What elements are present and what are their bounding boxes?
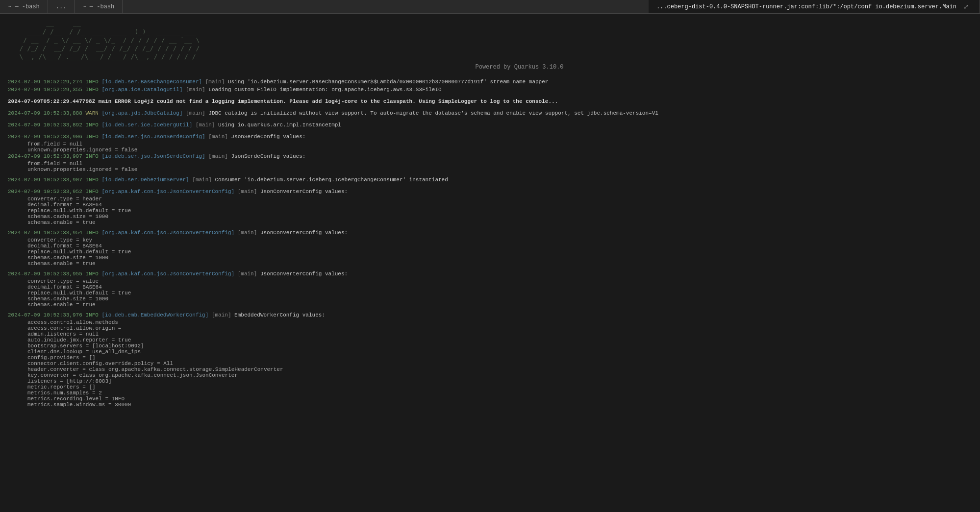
log-timestamp: 2024-07-09 10:52:29,274 bbox=[8, 79, 85, 85]
log-level: INFO bbox=[85, 153, 101, 159]
log-line: 2024-07-09 10:52:33,976 INFO [io.deb.emb… bbox=[8, 312, 972, 408]
log-thread: [main] bbox=[192, 177, 215, 183]
log-prop: from.field = null bbox=[8, 161, 972, 167]
log-class: [org.apa.kaf.con.jso.JsonConverterConfig… bbox=[101, 230, 237, 236]
log-message: EmbeddedWorkerConfig values: bbox=[234, 312, 325, 318]
log-level: INFO bbox=[85, 122, 101, 128]
log-thread: [main] bbox=[208, 134, 231, 140]
log-timestamp: 2024-07-09 10:52:33,907 bbox=[8, 153, 85, 159]
log-prop: decimal.format = BASE64 bbox=[8, 243, 972, 249]
log-prop: metric.reporters = [] bbox=[8, 384, 972, 390]
log-prop: converter.type = key bbox=[8, 237, 972, 243]
log-prop: schemas.enable = true bbox=[8, 261, 972, 267]
log-level: INFO bbox=[85, 312, 101, 318]
tab-1[interactable]: ~ — -bash bbox=[0, 0, 48, 13]
log-class: [org.apa.kaf.con.jso.JsonConverterConfig… bbox=[101, 271, 237, 277]
log-prop: key.converter = class org.apache.kafka.c… bbox=[8, 372, 972, 378]
log-prop: access.control.allow.origin = bbox=[8, 325, 972, 331]
log-container: 2024-07-09 10:52:29,274 INFO [io.deb.ser… bbox=[8, 78, 972, 411]
log-timestamp: 2024-07-09 10:52:33,952 bbox=[8, 189, 85, 195]
log-prop: schemas.enable = true bbox=[8, 302, 972, 308]
log-level: WARN bbox=[85, 110, 101, 116]
log-message: JsonSerdeConfig values: bbox=[231, 134, 306, 140]
log-level: INFO bbox=[85, 79, 101, 85]
log-prop: unknown.properties.ignored = false bbox=[8, 147, 972, 153]
log-prop: metrics.num.samples = 2 bbox=[8, 390, 972, 396]
log-line: 2024-07-09 10:52:33,906 INFO [io.deb.ser… bbox=[8, 133, 972, 153]
log-thread: [main] bbox=[208, 153, 231, 159]
tab-bar: ~ — -bash ... ~ — -bash ...ceberg-dist-0… bbox=[0, 0, 980, 14]
log-message: Using 'io.debezium.server.BaseChangeCons… bbox=[228, 79, 549, 85]
log-thread: [main] bbox=[196, 122, 218, 128]
log-class: [io.deb.ser.jso.JsonSerdeConfig] bbox=[101, 134, 208, 140]
tab-4[interactable]: ...ceberg-dist-0.4.0-SNAPSHOT-runner.jar… bbox=[649, 0, 980, 13]
log-prop: metrics.recording.level = INFO bbox=[8, 396, 972, 402]
log-prop: config.providers = [] bbox=[8, 355, 972, 361]
log-thread: [main] bbox=[186, 87, 208, 93]
log-prop: bootstrap.servers = [localhost:9092] bbox=[8, 343, 972, 349]
log-class: [org.apa.kaf.con.jso.JsonConverterConfig… bbox=[101, 189, 237, 195]
log-level: INFO bbox=[85, 230, 101, 236]
log-timestamp: 2024-07-09 10:52:33,954 bbox=[8, 230, 85, 236]
log-level: INFO bbox=[85, 177, 101, 183]
log-prop: decimal.format = BASE64 bbox=[8, 284, 972, 290]
powered-by: Powered by Quarkus 3.10.0 bbox=[67, 64, 972, 71]
log-thread: [main] bbox=[238, 189, 260, 195]
log-class: [io.deb.ser.DebeziumServer] bbox=[101, 177, 192, 183]
log-message: Consumer 'io.debezium.server.iceberg.Ice… bbox=[215, 177, 448, 183]
log-prop: schemas.cache.size = 1000 bbox=[8, 296, 972, 302]
tab-2-label: ... bbox=[56, 3, 67, 10]
log-prop: unknown.properties.ignored = false bbox=[8, 167, 972, 172]
log-line: 2024-07-09 10:52:33,892 INFO [io.deb.ser… bbox=[8, 122, 972, 129]
log-level: INFO bbox=[85, 189, 101, 195]
log-thread: [main] bbox=[212, 312, 234, 318]
log-line: 2024-07-09 10:52:33,907 INFO [io.deb.ser… bbox=[8, 153, 972, 172]
log-prop: admin.listeners = null bbox=[8, 331, 972, 337]
log-timestamp: 2024-07-09 10:52:33,892 bbox=[8, 122, 85, 128]
log-timestamp: 2024-07-09 10:52:33,955 bbox=[8, 271, 85, 277]
log-thread: [main] bbox=[238, 271, 260, 277]
tab-3[interactable]: ~ — -bash bbox=[75, 0, 123, 13]
log-message: JsonConverterConfig values: bbox=[260, 230, 348, 236]
log-prop: connector.client.config.override.policy … bbox=[8, 361, 972, 366]
log-prop: access.control.allow.methods bbox=[8, 319, 972, 325]
log-message: JsonConverterConfig values: bbox=[260, 189, 348, 195]
log-level: INFO bbox=[85, 87, 101, 93]
log-prop: converter.type = header bbox=[8, 196, 972, 202]
log-prop: metrics.sample.window.ms = 30000 bbox=[8, 402, 972, 408]
log-prop: schemas.cache.size = 1000 bbox=[8, 255, 972, 261]
log-level: INFO bbox=[85, 271, 101, 277]
log-prop: schemas.cache.size = 1000 bbox=[8, 214, 972, 219]
log-prop: replace.null.with.default = true bbox=[8, 208, 972, 214]
log-timestamp: 2024-07-09 10:52:33,888 bbox=[8, 110, 85, 116]
log-prop: client.dns.lookup = use_all_dns_ips bbox=[8, 349, 972, 355]
log-class: [org.apa.ice.CatalogUtil] bbox=[101, 87, 186, 93]
log-message: JsonConverterConfig values: bbox=[260, 271, 348, 277]
log-class: [io.deb.emb.EmbeddedWorkerConfig] bbox=[101, 312, 211, 318]
log-line: 2024-07-09 10:52:33,954 INFO [org.apa.ka… bbox=[8, 229, 972, 267]
tab-3-label: ~ — -bash bbox=[82, 3, 114, 10]
log-prop: replace.null.with.default = true bbox=[8, 290, 972, 296]
log-prop: schemas.enable = true bbox=[8, 219, 972, 225]
expand-icon[interactable]: ⤢ bbox=[960, 3, 972, 11]
log-message: JsonSerdeConfig values: bbox=[231, 153, 306, 159]
log-line: 2024-07-09 10:52:33,955 INFO [org.apa.ka… bbox=[8, 270, 972, 308]
log-line: 2024-07-09 10:52:29,355 INFO [org.apa.ic… bbox=[8, 86, 972, 94]
log-message: Loading custom FileIO implementation: or… bbox=[208, 87, 441, 93]
log-thread: [main] bbox=[186, 110, 208, 116]
terminal-content: __ __ ____/ /__ / /_ ___ ____ (_)_ _____… bbox=[0, 14, 980, 512]
log-prop: auto.include.jmx.reporter = true bbox=[8, 337, 972, 343]
log-prop: converter.type = value bbox=[8, 278, 972, 284]
log-prop: decimal.format = BASE64 bbox=[8, 202, 972, 208]
log-line: 2024-07-09 10:52:29,274 INFO [io.deb.ser… bbox=[8, 78, 972, 86]
logo: __ __ ____/ /__ / /_ ___ ____ (_)_ _____… bbox=[8, 20, 972, 61]
log-message: Using io.quarkus.arc.impl.InstanceImpl bbox=[218, 122, 341, 128]
tab-4-label: ...ceberg-dist-0.4.0-SNAPSHOT-runner.jar… bbox=[656, 3, 956, 10]
log-prop: header.converter = class org.apache.kafk… bbox=[8, 366, 972, 372]
log-prop: from.field = null bbox=[8, 141, 972, 147]
log-line: 2024-07-09 10:52:33,907 INFO [io.deb.ser… bbox=[8, 176, 972, 184]
log-thread: [main] bbox=[238, 230, 260, 236]
log-class: [org.apa.jdb.JdbcCatalog] bbox=[101, 110, 186, 116]
tab-2[interactable]: ... bbox=[48, 0, 75, 13]
log-thread: [main] bbox=[205, 79, 228, 85]
